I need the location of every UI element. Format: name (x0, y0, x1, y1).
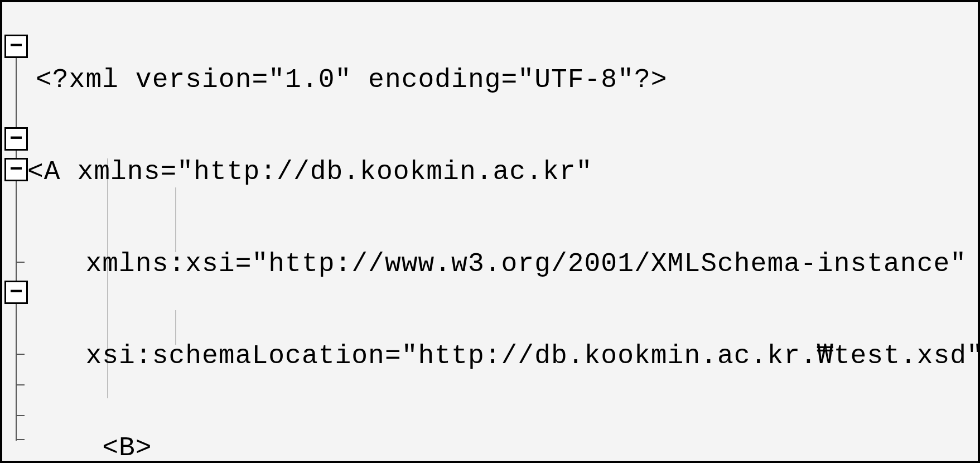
tree-tick (16, 354, 25, 355)
code-line[interactable]: <B> (36, 433, 980, 463)
code-line[interactable]: xmlns:xsi="http://www.w3.org/2001/XMLSch… (36, 249, 980, 279)
tree-tick (16, 384, 25, 385)
code-line[interactable]: <?xml version="1.0" encoding="UTF-8"?> (36, 65, 980, 95)
code-area[interactable]: <?xml version="1.0" encoding="UTF-8"?> <… (36, 3, 980, 463)
fold-toggle-b[interactable]: − (4, 127, 28, 151)
xml-editor-panel: − − − − <?xml version="1.0" encoding="UT… (0, 0, 980, 463)
tree-tick (16, 415, 25, 416)
code-line[interactable]: <A xmlns="http://db.kookmin.ac.kr" (27, 157, 980, 187)
tree-tick (16, 439, 25, 440)
code-line[interactable]: xsi:schemaLocation="http://db.kookmin.ac… (36, 341, 980, 372)
minus-icon: − (9, 155, 23, 185)
tree-tick (16, 262, 25, 263)
minus-icon: − (9, 31, 23, 62)
minus-icon: − (9, 277, 23, 308)
fold-toggle-c1[interactable]: − (4, 158, 28, 181)
fold-toggle-a[interactable]: − (4, 35, 28, 58)
fold-toggle-c2[interactable]: − (4, 281, 28, 304)
tree-line-a (16, 56, 17, 441)
minus-icon: − (9, 124, 23, 155)
